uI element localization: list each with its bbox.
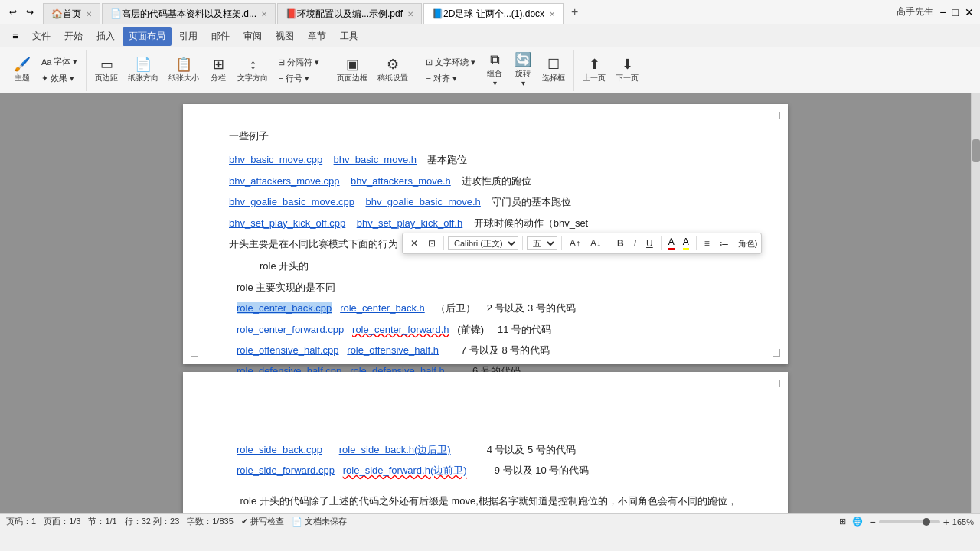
mini-list1-btn[interactable]: ≡ xyxy=(701,236,714,250)
role-para-2: role 开头的代码除了上述的代码之外还有后缀是 move,根据名字就知道是控制… xyxy=(229,492,742,513)
link-bhv-attackers-cpp[interactable]: bhv_attackers_move.cpp xyxy=(229,175,340,187)
effects-dropdown-icon[interactable]: ▾ xyxy=(70,73,74,83)
add-tab-btn[interactable]: + xyxy=(565,3,584,21)
redo-btn[interactable]: ↪ xyxy=(23,5,37,19)
link-role-center-back-cpp[interactable]: role_center_back.cpp xyxy=(237,302,332,314)
link-bhv-basic-cpp[interactable]: bhv_basic_move.cpp xyxy=(229,154,322,165)
menu-view[interactable]: 视图 xyxy=(270,27,300,46)
close-window-btn[interactable]: ✕ xyxy=(965,6,974,18)
mini-italic-btn[interactable]: I xyxy=(630,236,640,250)
zoom-out-btn[interactable]: − xyxy=(869,516,875,528)
font-dropdown-icon[interactable]: ▾ xyxy=(73,57,77,67)
scrollbar-thumb[interactable] xyxy=(972,139,980,162)
ribbon-btn-textdir[interactable]: ↕ 文字方向 xyxy=(234,52,272,89)
menu-start[interactable]: 开始 xyxy=(58,27,89,46)
ribbon-btn-nextpage[interactable]: ⬇ 下一页 xyxy=(612,52,642,89)
link-role-side-back-cpp[interactable]: role_side_back.cpp xyxy=(237,444,322,455)
menu-review[interactable]: 审阅 xyxy=(237,27,268,46)
mini-list2-btn[interactable]: ≔ xyxy=(716,236,733,250)
menu-mail[interactable]: 邮件 xyxy=(205,27,236,46)
undo-btn[interactable]: ↩ xyxy=(6,5,20,19)
ribbon-btn-font[interactable]: Aa 字体 ▾ xyxy=(38,54,81,70)
restore-btn[interactable]: □ xyxy=(952,6,959,18)
mini-size-select[interactable]: 五号 xyxy=(527,236,557,250)
mini-font-up-btn[interactable]: A↑ xyxy=(566,236,584,250)
ribbon-btn-orientation[interactable]: 📄 纸张方向 xyxy=(124,52,162,89)
hamburger-menu[interactable]: ≡ xyxy=(6,27,24,45)
minimize-btn[interactable]: − xyxy=(939,6,946,18)
tab-doc1[interactable]: 📄 高层的代码基本资料以及框架.d... ✕ xyxy=(102,3,276,24)
menu-file[interactable]: 文件 xyxy=(26,27,57,46)
link-bhv-goalie-h[interactable]: bhv_goalie_basic_move.h xyxy=(366,196,481,207)
line-bhv-basic: bhv_basic_move.cpp bhv_basic_move.h 基本跑位 xyxy=(229,151,742,168)
menu-chapter[interactable]: 章节 xyxy=(302,27,332,46)
link-role-side-forward-h[interactable]: role_side_forward.h(边前卫) xyxy=(343,465,467,476)
link-bhv-basic-h[interactable]: bhv_basic_move.h xyxy=(334,154,416,165)
tab-docx-close[interactable]: ✕ xyxy=(549,10,555,18)
menu-layout[interactable]: 页面布局 xyxy=(122,27,172,46)
wrap-dropdown[interactable]: ▾ xyxy=(471,57,475,67)
scrollbar-right[interactable] xyxy=(971,93,980,513)
link-bhv-kickoff-cpp[interactable]: bhv_set_play_kick_off.cpp xyxy=(229,217,345,229)
ribbon-btn-pageborder[interactable]: ▣ 页面边框 xyxy=(333,52,371,89)
desc-role-center-back: （后卫） xyxy=(436,302,475,314)
ribbon-btn-prevpage[interactable]: ⬆ 上一页 xyxy=(579,52,609,89)
ribbon-btn-theme[interactable]: 🖌️ 主题 xyxy=(9,52,35,89)
status-section: 节：1/1 xyxy=(88,516,116,527)
link-bhv-goalie-cpp[interactable]: bhv_goalie_basic_move.cpp xyxy=(229,196,354,207)
ribbon-btn-draftsettings[interactable]: ⚙ 稿纸设置 xyxy=(374,52,412,89)
lineno-dropdown[interactable]: ▾ xyxy=(305,73,309,83)
link-role-center-back-h[interactable]: role_center_back.h xyxy=(340,302,425,314)
link-role-side-back-h[interactable]: role_side_back.h(边后卫) xyxy=(339,444,451,455)
view-mode-btn[interactable]: ⊞ xyxy=(839,517,846,527)
mini-font-select[interactable]: Calibri (正文) xyxy=(448,236,518,250)
link-role-offensive-cpp[interactable]: role_offensive_half.cpp xyxy=(237,344,338,356)
link-role-offensive-h[interactable]: role_offensive_half.h xyxy=(347,344,439,356)
theme-icon: 🖌️ xyxy=(14,57,31,71)
link-bhv-kickoff-h[interactable]: bhv_set_play_kick_off.h xyxy=(357,217,463,229)
zoom-in-btn[interactable]: + xyxy=(943,516,949,528)
mini-bold-btn[interactable]: B xyxy=(613,236,628,250)
menu-ref[interactable]: 引用 xyxy=(173,27,204,46)
ribbon-btn-margin[interactable]: ▭ 页边距 xyxy=(91,52,122,89)
align-dropdown[interactable]: ▾ xyxy=(452,73,457,83)
mini-copy-btn[interactable]: ⊡ xyxy=(424,236,439,250)
menu-insert[interactable]: 插入 xyxy=(90,27,121,46)
mini-fontcolor-btn[interactable]: A xyxy=(665,236,678,251)
tab-home[interactable]: 🏠 首页 ✕ xyxy=(43,3,100,24)
zoom-thumb[interactable] xyxy=(923,518,930,526)
tab-pdf-close[interactable]: ✕ xyxy=(407,10,413,18)
orientation-icon: 📄 xyxy=(135,57,152,71)
mini-font-down-btn[interactable]: A↓ xyxy=(586,236,605,250)
link-role-center-forward-h[interactable]: role_center_forward.h xyxy=(352,324,449,335)
mini-close-btn[interactable]: ✕ xyxy=(407,236,422,250)
ribbon-btn-effects[interactable]: ✦ 效果 ▾ xyxy=(38,71,81,86)
ribbon-btn-group[interactable]: ⧉ 组合 ▾ xyxy=(482,52,508,89)
ribbon-btn-align[interactable]: ≡ 对齐 ▾ xyxy=(422,70,479,86)
tab-docx[interactable]: 📘 2D足球 让两个...(1).docx ✕ xyxy=(423,3,564,24)
zoom-slider[interactable] xyxy=(879,520,940,523)
mini-underline-btn[interactable]: U xyxy=(642,236,657,250)
ribbon-btn-pagesize[interactable]: 📋 纸张大小 xyxy=(165,52,203,89)
ribbon-btn-lineno[interactable]: ≡ 行号 ▾ xyxy=(274,70,323,86)
group-dropdown[interactable]: ▾ xyxy=(493,79,497,87)
tab-pdf[interactable]: 📕 环境配置以及编...示例.pdf ✕ xyxy=(277,3,422,24)
view-web-btn[interactable]: 🌐 xyxy=(852,517,863,527)
rotate-dropdown[interactable]: ▾ xyxy=(521,79,525,87)
ribbon-btn-separator[interactable]: ⊟ 分隔符 ▾ xyxy=(274,54,323,70)
link-role-center-forward-cpp[interactable]: role_center_forward.cpp xyxy=(237,324,344,335)
doc-scroll[interactable]: 一些例子 bhv_basic_move.cpp bhv_basic_move.h… xyxy=(0,93,971,513)
tab-home-close[interactable]: ✕ xyxy=(86,10,92,18)
ribbon-btn-selectbox[interactable]: ☐ 选择框 xyxy=(538,52,569,89)
menu-tools[interactable]: 工具 xyxy=(334,27,364,46)
ribbon-btn-wrap[interactable]: ⊡ 文字环绕 ▾ xyxy=(422,54,479,70)
link-role-side-forward-cpp[interactable]: role_side_forward.cpp xyxy=(237,465,335,476)
sep-dropdown[interactable]: ▾ xyxy=(315,57,319,67)
ribbon-btn-columns[interactable]: ⊞ 分栏 xyxy=(205,52,231,89)
link-bhv-attackers-h[interactable]: bhv_attackers_move.h xyxy=(351,175,451,187)
tab-doc1-close[interactable]: ✕ xyxy=(261,10,267,18)
status-spell-check[interactable]: ✔ 拼写检查 xyxy=(241,516,284,527)
ribbon-btn-rotate[interactable]: 🔄 旋转 ▾ xyxy=(510,52,536,89)
mini-highlight-btn[interactable]: A xyxy=(680,236,692,251)
wrap-icon: ⊡ xyxy=(426,57,433,67)
